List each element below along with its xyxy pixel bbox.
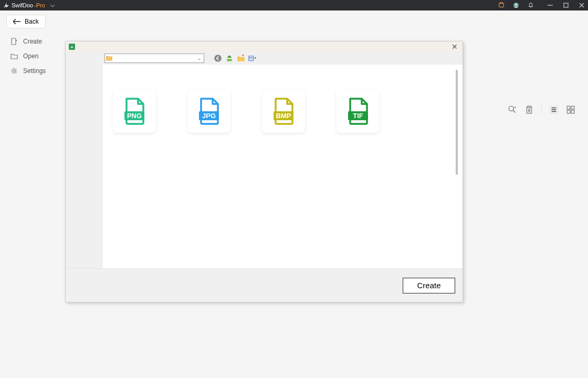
nav-back-icon[interactable] (214, 54, 222, 62)
create-icon (10, 38, 18, 45)
svg-rect-17 (571, 110, 574, 113)
back-button[interactable]: Back (6, 15, 46, 28)
svg-rect-7 (12, 38, 16, 45)
dialog-places-panel (66, 65, 102, 268)
file-type-icon: BMP (271, 98, 296, 125)
new-folder-icon[interactable] (237, 54, 245, 62)
maximize-button[interactable] (563, 2, 569, 8)
path-combobox[interactable]: ⌄ (104, 54, 204, 63)
titlebar-right (498, 2, 585, 9)
open-folder-icon (10, 52, 18, 60)
titlebar-menu-chevron-icon[interactable] (50, 2, 55, 8)
svg-rect-4 (564, 3, 568, 7)
back-label: Back (25, 18, 39, 25)
view-toolbar (508, 105, 575, 114)
create-button-label: Create (417, 281, 440, 290)
app-title: SwifDoo -Pro (12, 2, 45, 8)
toolbar-divider (541, 106, 542, 114)
back-arrow-icon (13, 19, 20, 24)
svg-text:JPG: JPG (202, 112, 216, 120)
svg-point-2 (515, 4, 517, 5)
svg-rect-16 (567, 110, 570, 113)
file-card-jpg[interactable]: JPG (187, 90, 230, 133)
app-title-suffix: -Pro (34, 2, 45, 8)
svg-point-9 (509, 106, 513, 111)
svg-rect-15 (571, 106, 574, 109)
svg-point-18 (214, 55, 222, 62)
list-view-icon[interactable] (549, 105, 559, 114)
svg-point-8 (13, 70, 16, 72)
svg-text:BMP: BMP (276, 112, 291, 120)
titlebar: SwifDoo -Pro (0, 0, 588, 10)
dialog-body: PNG JPG BMP TIF (66, 65, 463, 268)
file-card-bmp[interactable]: BMP (262, 90, 305, 133)
sidebar-item-label: Create (23, 38, 42, 45)
window-controls (547, 2, 585, 8)
svg-rect-14 (567, 106, 570, 109)
dialog-footer: Create (66, 268, 463, 302)
svg-rect-19 (249, 56, 254, 61)
file-card-tif[interactable]: TIF (337, 90, 380, 133)
app-logo-icon (3, 2, 9, 8)
svg-text:PNG: PNG (127, 112, 142, 120)
trash-icon[interactable] (524, 105, 534, 114)
close-button[interactable] (579, 2, 585, 8)
svg-text:TIF: TIF (353, 112, 363, 120)
file-type-icon: TIF (346, 98, 370, 125)
dialog-close-icon[interactable]: ✕ (451, 43, 458, 50)
svg-rect-0 (499, 4, 504, 7)
dialog-header: ✕ (66, 41, 463, 52)
up-folder-icon[interactable] (225, 54, 234, 62)
dialog-app-icon (69, 44, 75, 50)
sidebar-item-open[interactable]: Open (8, 49, 66, 64)
gear-icon (10, 67, 18, 75)
file-type-icon: PNG (122, 98, 146, 125)
sidebar: Create Open Settings (8, 34, 66, 78)
bell-icon[interactable] (527, 2, 534, 9)
file-card-png[interactable]: PNG (113, 90, 156, 133)
folder-icon (106, 56, 112, 61)
file-type-icon: JPG (197, 98, 221, 125)
minimize-button[interactable] (547, 2, 553, 8)
user-icon[interactable] (512, 2, 520, 9)
view-menu-icon[interactable] (248, 54, 257, 62)
app-title-brand: SwifDoo (12, 2, 33, 8)
file-grid: PNG JPG BMP TIF (102, 65, 458, 158)
svg-line-10 (513, 110, 516, 113)
grid-view-icon[interactable] (566, 105, 575, 114)
scrollbar-thumb[interactable] (456, 70, 458, 175)
search-icon[interactable] (508, 105, 517, 114)
dialog-toolbar: ⌄ (66, 52, 463, 65)
combobox-chevron-icon: ⌄ (197, 56, 203, 61)
titlebar-left: SwifDoo -Pro (3, 2, 55, 8)
create-button[interactable]: Create (403, 278, 455, 293)
sidebar-item-label: Settings (23, 67, 46, 75)
sidebar-item-settings[interactable]: Settings (8, 64, 66, 78)
sidebar-item-label: Open (23, 52, 38, 60)
sidebar-item-create[interactable]: Create (8, 34, 66, 49)
dialog-file-area[interactable]: PNG JPG BMP TIF (102, 65, 458, 268)
cart-icon[interactable] (498, 2, 505, 9)
file-dialog: ✕ ⌄ PNG (65, 41, 463, 302)
